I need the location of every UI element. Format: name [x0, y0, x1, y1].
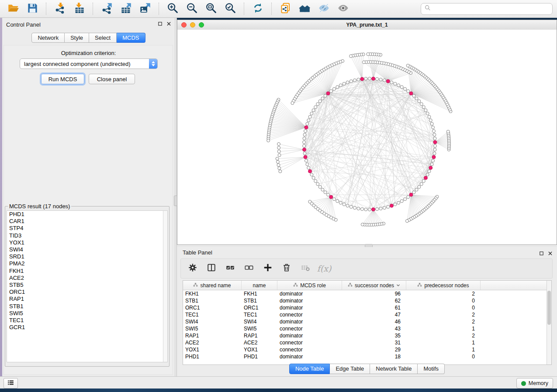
float-panel-icon[interactable]: [158, 21, 163, 26]
hide-selected-icon: [318, 2, 330, 16]
open-file-button[interactable]: [4, 2, 22, 16]
import-table-icon: [73, 2, 85, 16]
table-row[interactable]: FKH1FKH1dominator962: [183, 290, 551, 297]
close-panel-icon[interactable]: [166, 21, 171, 26]
search-box[interactable]: [421, 3, 553, 15]
first-neighbors-icon: [299, 2, 311, 16]
network-graph[interactable]: [177, 30, 557, 244]
table-scrollbar-thumb[interactable]: [547, 291, 551, 325]
first-neighbors-button[interactable]: [296, 2, 313, 16]
close-window-button[interactable]: [181, 22, 187, 28]
mcds-result-list[interactable]: PHD1CAR1STP4TID3YOX1SWI4SRD1PMA2FKH1ACE2…: [7, 210, 168, 362]
import-network-button[interactable]: [51, 2, 69, 16]
add-column-button[interactable]: [262, 263, 273, 274]
tab-style[interactable]: Style: [65, 33, 89, 43]
column-header-predecessor-nodes[interactable]: predecessor nodes: [406, 281, 481, 290]
export-image-button[interactable]: [136, 2, 154, 16]
select-stepper-icon[interactable]: [149, 59, 157, 69]
result-list-item[interactable]: YOX1: [7, 239, 167, 246]
zoom-window-button[interactable]: [199, 22, 204, 28]
result-list-item[interactable]: TID3: [7, 232, 167, 239]
task-history-button[interactable]: [3, 378, 18, 389]
result-list-item[interactable]: GCR1: [7, 324, 167, 331]
table-cell: dominator: [277, 333, 342, 339]
zoom-fit-button[interactable]: [202, 2, 220, 16]
tab-select[interactable]: Select: [89, 33, 117, 43]
deselect-all-button[interactable]: [243, 263, 255, 274]
table-row[interactable]: RAP1RAP1dominator352: [183, 332, 551, 339]
status-bar: Memory: [0, 376, 557, 389]
tab-node-table[interactable]: Node Table: [289, 364, 330, 374]
result-list-item[interactable]: STB5: [7, 282, 167, 289]
export-table-button[interactable]: [117, 2, 135, 16]
table-scrollbar[interactable]: [547, 281, 551, 364]
column-header-shared-name[interactable]: shared name: [183, 281, 242, 290]
result-list-item[interactable]: ACE2: [7, 275, 167, 282]
memory-label: Memory: [529, 380, 548, 386]
result-list-item[interactable]: TEC1: [7, 317, 167, 324]
table-row[interactable]: SWI4SWI4dominator462: [183, 318, 551, 325]
table-panel: Table Panel f(x) shared namenameMCDS rol…: [177, 247, 557, 376]
table-cell: YOX1: [242, 347, 277, 353]
column-settings-button[interactable]: [187, 263, 198, 274]
column-header-successor-nodes[interactable]: successor nodes: [342, 281, 406, 290]
zoom-in-button[interactable]: [164, 2, 181, 16]
result-list-item[interactable]: SWI5: [7, 310, 167, 317]
column-header-name[interactable]: name: [242, 281, 277, 290]
result-list-item[interactable]: ORC1: [7, 289, 167, 296]
tab-edge-table[interactable]: Edge Table: [330, 364, 370, 374]
refresh-layout-button[interactable]: [249, 2, 266, 16]
run-mcds-button[interactable]: Run MCDS: [41, 74, 84, 84]
table-row[interactable]: STB1STB1dominator620: [183, 297, 551, 304]
result-list-item[interactable]: PHD1: [7, 211, 167, 218]
close-table-panel-icon[interactable]: [548, 250, 553, 258]
table-cell: 62: [342, 298, 406, 304]
table-cell: connector: [277, 347, 342, 353]
result-list-item[interactable]: STB1: [7, 303, 167, 310]
network-window-titlebar[interactable]: YPA_prune.txt_1: [177, 20, 557, 30]
toggle-columns-button[interactable]: [206, 263, 217, 274]
table-row[interactable]: SWI5SWI5connector431: [183, 325, 551, 332]
column-header-MCDS-role[interactable]: MCDS role: [277, 281, 342, 290]
table-row[interactable]: ACE2ACE2connector311: [183, 339, 551, 346]
table-row[interactable]: YOX1YOX1connector291: [183, 346, 551, 353]
result-list-item[interactable]: FKH1: [7, 268, 167, 275]
tab-motifs[interactable]: Motifs: [418, 364, 445, 374]
table-row[interactable]: ORC1ORC1dominator610: [183, 304, 551, 311]
duplicate-network-button[interactable]: [277, 2, 294, 16]
hide-selected-button[interactable]: [315, 2, 332, 16]
criterion-select[interactable]: largest connected component (undirected): [20, 58, 158, 69]
close-panel-button[interactable]: Close panel: [89, 74, 135, 84]
zoom-selected-button[interactable]: [221, 2, 239, 16]
table-cell: 2: [406, 319, 481, 325]
result-list-item[interactable]: SWI4: [7, 246, 167, 253]
select-all-button[interactable]: [225, 263, 236, 274]
result-list-item[interactable]: STP4: [7, 225, 167, 232]
table-cell: 2: [406, 291, 481, 297]
result-list-item[interactable]: PMA2: [7, 260, 167, 267]
float-table-panel-icon[interactable]: [539, 250, 544, 258]
table-row[interactable]: TEC1TEC1connector472: [183, 311, 551, 318]
table-cell: ACE2: [183, 340, 242, 346]
delete-table-icon: [301, 263, 310, 274]
export-network-button[interactable]: [98, 2, 115, 16]
result-list-item[interactable]: RAP1: [7, 296, 167, 303]
result-list-item[interactable]: SRD1: [7, 253, 167, 260]
network-canvas[interactable]: [177, 30, 557, 244]
memory-button[interactable]: Memory: [516, 378, 553, 389]
zoom-out-button[interactable]: [183, 2, 201, 16]
result-list-item[interactable]: CAR1: [7, 218, 167, 225]
tab-network-table[interactable]: Network Table: [370, 364, 418, 374]
search-input[interactable]: [433, 5, 549, 13]
tab-network[interactable]: Network: [31, 33, 65, 43]
memory-status-dot: [521, 381, 526, 386]
show-all-button[interactable]: [334, 2, 352, 16]
tab-mcds[interactable]: MCDS: [117, 33, 145, 43]
delete-column-button[interactable]: [281, 263, 292, 274]
import-table-button[interactable]: [70, 2, 88, 16]
table-row[interactable]: PHD1PHD1dominator180: [183, 353, 551, 360]
table-cell: 47: [342, 312, 406, 318]
save-session-button[interactable]: [24, 2, 41, 16]
minimize-window-button[interactable]: [190, 22, 195, 28]
result-list-scrollbar[interactable]: [163, 211, 167, 362]
